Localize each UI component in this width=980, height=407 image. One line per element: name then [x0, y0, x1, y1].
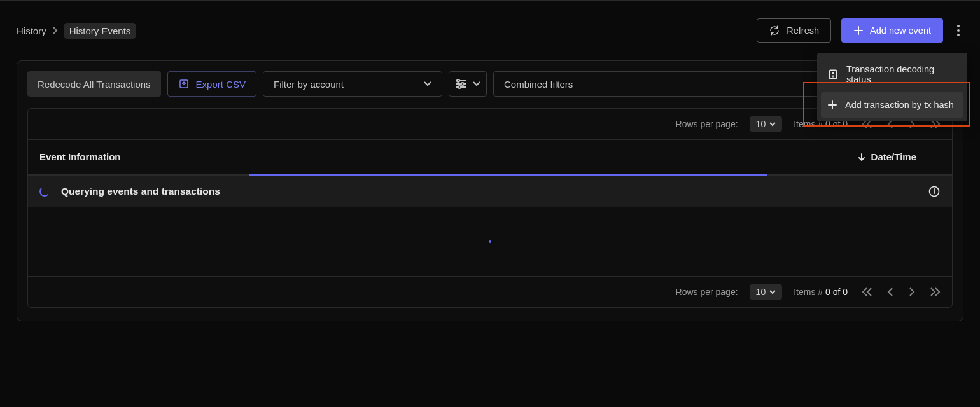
combined-filters-placeholder: Combined filters [504, 79, 573, 90]
svg-point-5 [458, 86, 461, 88]
page-first-button[interactable] [859, 285, 874, 299]
column-event-info[interactable]: Event Information [39, 151, 121, 162]
export-csv-button[interactable]: Export CSV [167, 71, 256, 97]
rows-per-page-select[interactable]: 10 [750, 116, 783, 132]
add-event-label: Add new event [870, 25, 931, 36]
page-last-button[interactable] [928, 285, 943, 299]
redecode-label: Redecode All Transactions [38, 79, 151, 90]
info-icon[interactable] [928, 185, 941, 198]
svg-rect-1 [832, 72, 834, 74]
export-icon [178, 78, 190, 90]
chevron-down-icon [424, 81, 431, 86]
loading-bar [28, 174, 952, 176]
plus-icon [853, 25, 864, 36]
column-date-label: Date/Time [871, 151, 916, 162]
pagination-bottom: Rows per page: 10 Items # 0 of 0 [28, 277, 952, 307]
breadcrumb: History History Events [17, 23, 136, 39]
refresh-label: Refresh [787, 25, 819, 36]
menu-add-by-hash-label: Add transaction by tx hash [845, 100, 954, 110]
rows-per-page-value: 10 [756, 287, 766, 297]
more-menu-dropdown: Transaction decoding status Add transact… [817, 53, 967, 121]
pagination-top: Rows per page: 10 Items # 0 of 0 [28, 109, 952, 139]
items-count: Items # 0 of 0 [794, 287, 848, 297]
document-info-icon [827, 69, 839, 80]
more-menu-button[interactable] [953, 21, 963, 40]
export-csv-label: Export CSV [196, 79, 246, 90]
loading-text: Querying events and transactions [61, 186, 220, 197]
svg-point-4 [461, 83, 464, 85]
loading-row: Querying events and transactions [28, 176, 952, 207]
rows-per-page-label: Rows per page: [676, 287, 738, 297]
page-prev-button[interactable] [885, 285, 896, 299]
sort-desc-icon [857, 153, 866, 162]
svg-rect-0 [830, 70, 837, 79]
chevron-down-icon [473, 81, 480, 86]
table-header: Event Information Date/Time [28, 139, 952, 174]
refresh-icon [769, 25, 780, 36]
sliders-icon [455, 79, 466, 89]
chevron-right-icon [53, 27, 58, 34]
table-body-empty [28, 207, 952, 277]
filter-account-select[interactable]: Filter by account [263, 71, 442, 97]
loading-dot-icon [489, 240, 491, 243]
add-event-button[interactable]: Add new event [841, 18, 943, 43]
menu-decoding-status[interactable]: Transaction decoding status [821, 57, 963, 92]
refresh-button[interactable]: Refresh [757, 18, 831, 43]
filter-account-placeholder: Filter by account [274, 79, 344, 90]
redecode-button[interactable]: Redecode All Transactions [27, 71, 161, 97]
rows-per-page-label: Rows per page: [676, 119, 738, 129]
breadcrumb-prev[interactable]: History [17, 25, 46, 36]
column-date-time[interactable]: Date/Time [857, 151, 916, 162]
menu-add-by-hash[interactable]: Add transaction by tx hash [821, 92, 963, 118]
breadcrumb-current: History Events [64, 23, 136, 39]
page-next-button[interactable] [906, 285, 918, 299]
svg-point-3 [457, 79, 459, 82]
rows-per-page-value: 10 [756, 119, 766, 129]
plus-icon [827, 100, 837, 110]
filter-settings-button[interactable] [449, 71, 487, 97]
events-table: Rows per page: 10 Items # 0 of 0 Event I… [27, 108, 953, 308]
menu-decoding-status-label: Transaction decoding status [846, 64, 957, 85]
spinner-icon [39, 186, 50, 197]
rows-per-page-select[interactable]: 10 [750, 284, 783, 300]
